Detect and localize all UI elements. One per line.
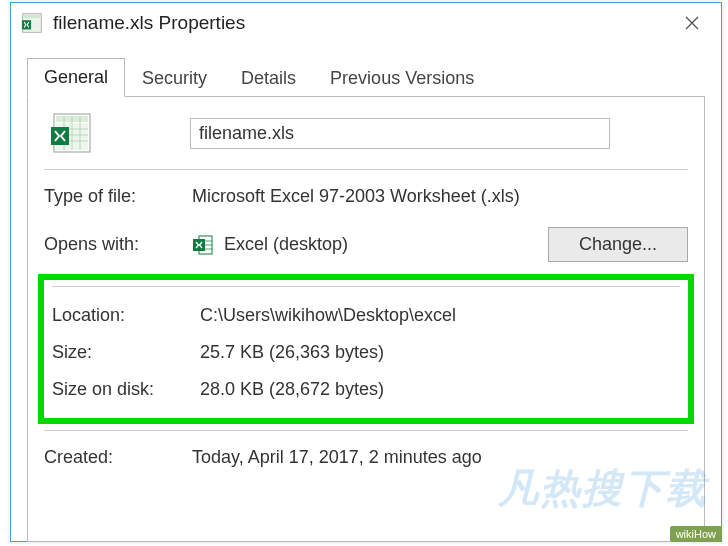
tabstrip: General Security Details Previous Versio… xyxy=(27,57,705,97)
size-on-disk-row: Size on disk: 28.0 KB (28,672 bytes) xyxy=(52,371,680,408)
divider xyxy=(52,286,680,287)
location-label: Location: xyxy=(52,305,200,326)
tab-details[interactable]: Details xyxy=(224,59,313,97)
excel-file-icon-large xyxy=(50,111,94,155)
svg-rect-1 xyxy=(24,15,41,19)
wikihow-watermark: wikiHow xyxy=(670,526,722,542)
size-on-disk-value: 28.0 KB (28,672 bytes) xyxy=(200,379,384,400)
tab-previous-versions[interactable]: Previous Versions xyxy=(313,59,491,97)
titlebar: filename.xls Properties xyxy=(11,3,721,43)
filename-input[interactable] xyxy=(190,118,610,149)
highlighted-section: Location: C:\Users\wikihow\Desktop\excel… xyxy=(38,274,694,424)
tab-security[interactable]: Security xyxy=(125,59,224,97)
location-row: Location: C:\Users\wikihow\Desktop\excel xyxy=(52,297,680,334)
type-label: Type of file: xyxy=(44,186,192,207)
divider xyxy=(44,430,688,431)
svg-rect-3 xyxy=(22,20,31,29)
properties-window: filename.xls Properties General Security… xyxy=(10,2,722,542)
created-label: Created: xyxy=(44,447,192,468)
opens-with-row: Opens with: Excel (desktop) Change... xyxy=(44,221,688,268)
excel-file-icon xyxy=(21,12,43,34)
type-value: Microsoft Excel 97-2003 Worksheet (.xls) xyxy=(192,186,520,207)
excel-app-icon xyxy=(192,234,214,256)
size-on-disk-label: Size on disk: xyxy=(52,379,200,400)
general-panel: Type of file: Microsoft Excel 97-2003 Wo… xyxy=(27,97,705,542)
opens-with-value: Excel (desktop) xyxy=(224,234,348,255)
size-label: Size: xyxy=(52,342,200,363)
close-button[interactable] xyxy=(667,3,717,43)
size-value: 25.7 KB (26,363 bytes) xyxy=(200,342,384,363)
type-of-file-row: Type of file: Microsoft Excel 97-2003 Wo… xyxy=(44,180,688,213)
window-title: filename.xls Properties xyxy=(53,12,667,34)
change-button[interactable]: Change... xyxy=(548,227,688,262)
created-value: Today, April 17, 2017, 2 minutes ago xyxy=(192,447,482,468)
tab-general[interactable]: General xyxy=(27,58,125,97)
created-row: Created: Today, April 17, 2017, 2 minute… xyxy=(44,441,688,474)
opens-with-label: Opens with: xyxy=(44,234,192,255)
filename-row xyxy=(44,111,688,155)
location-value: C:\Users\wikihow\Desktop\excel xyxy=(200,305,456,326)
divider xyxy=(44,169,688,170)
size-row: Size: 25.7 KB (26,363 bytes) xyxy=(52,334,680,371)
